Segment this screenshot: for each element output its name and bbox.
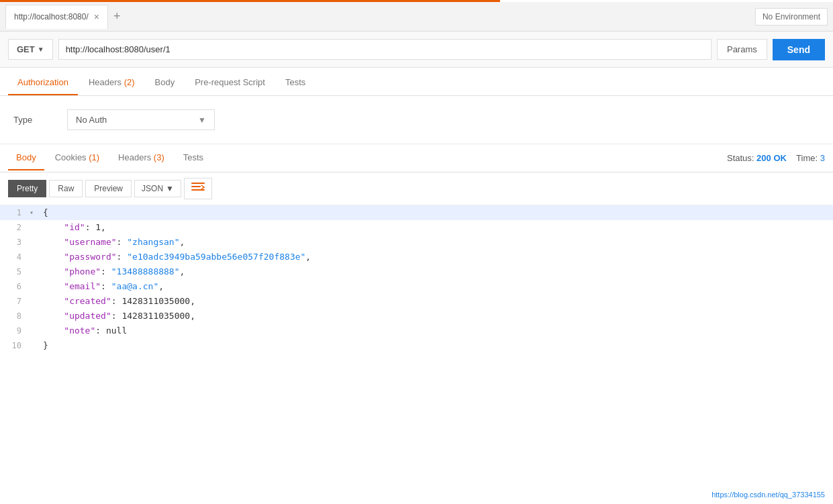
tab-tests[interactable]: Tests <box>276 70 315 95</box>
resp-tab-tests[interactable]: Tests <box>175 146 211 170</box>
wrap-button[interactable] <box>184 178 212 199</box>
response-code-area: 1 ▾ { 2 "id": 1, 3 "username": "zhangsan… <box>0 205 833 353</box>
url-bar: GET ▼ Params Send <box>0 32 833 68</box>
method-selector[interactable]: GET ▼ <box>8 39 53 60</box>
request-tabs: Authorization Headers (2) Body Pre-reque… <box>0 68 833 96</box>
preview-button[interactable]: Preview <box>85 180 132 197</box>
svg-rect-2 <box>191 189 205 191</box>
code-line: 10 } <box>0 338 833 353</box>
active-tab[interactable]: http://localhost:8080/ × <box>5 5 108 29</box>
response-tabs-bar: Body Cookies (1) Headers (3) Tests Statu… <box>0 144 833 172</box>
method-label: GET <box>17 44 35 54</box>
url-input[interactable] <box>58 39 712 60</box>
resp-tab-cookies[interactable]: Cookies (1) <box>47 146 107 170</box>
svg-rect-0 <box>191 183 205 184</box>
tab-body[interactable]: Body <box>146 70 185 95</box>
params-button[interactable]: Params <box>717 39 767 60</box>
pretty-button[interactable]: Pretty <box>8 180 46 197</box>
code-line: 6 "email": "aa@a.cn", <box>0 279 833 294</box>
json-format-button[interactable]: JSON ▼ <box>134 180 181 197</box>
send-button[interactable]: Send <box>773 39 825 60</box>
resp-tab-headers[interactable]: Headers (3) <box>110 146 173 170</box>
auth-chevron-icon: ▼ <box>198 115 206 125</box>
code-line: 1 ▾ { <box>0 205 833 220</box>
tab-bar: http://localhost:8080/ × + No Environmen… <box>0 2 833 32</box>
format-bar: Pretty Raw Preview JSON ▼ <box>0 172 833 205</box>
environment-selector[interactable]: No Environment <box>755 8 828 26</box>
code-line: 2 "id": 1, <box>0 220 833 235</box>
code-line: 3 "username": "zhangsan", <box>0 235 833 250</box>
new-tab-button[interactable]: + <box>108 7 126 26</box>
code-line: 4 "password": "e10adc3949ba59abbe56e057f… <box>0 250 833 264</box>
svg-rect-1 <box>191 186 201 187</box>
tab-authorization[interactable]: Authorization <box>8 70 78 95</box>
code-line: 5 "phone": "13488888888", <box>0 264 833 279</box>
type-label: Type <box>13 115 54 125</box>
footer-watermark: https://blog.csdn.net/qq_37334155 <box>712 491 825 499</box>
tab-headers[interactable]: Headers (2) <box>79 70 144 95</box>
json-chevron-icon: ▼ <box>166 184 174 193</box>
tab-close-icon[interactable]: × <box>94 12 99 21</box>
auth-section: Type No Auth ▼ <box>0 96 833 144</box>
raw-button[interactable]: Raw <box>49 180 83 197</box>
code-line: 7 "created": 1428311035000, <box>0 294 833 309</box>
tab-label: http://localhost:8080/ <box>14 12 89 21</box>
tab-pre-request-script[interactable]: Pre-request Script <box>185 70 275 95</box>
response-time: 3 <box>820 153 825 163</box>
response-status: Status: 200 OK Time: 3 <box>727 153 825 163</box>
resp-tab-body[interactable]: Body <box>8 146 44 170</box>
status-ok-badge: 200 OK <box>756 153 787 163</box>
auth-type-selector[interactable]: No Auth ▼ <box>67 109 215 130</box>
code-line: 8 "updated": 1428311035000, <box>0 309 833 323</box>
method-chevron-icon: ▼ <box>38 46 44 53</box>
auth-type-value: No Auth <box>76 115 107 125</box>
code-line: 9 "note": null <box>0 323 833 338</box>
